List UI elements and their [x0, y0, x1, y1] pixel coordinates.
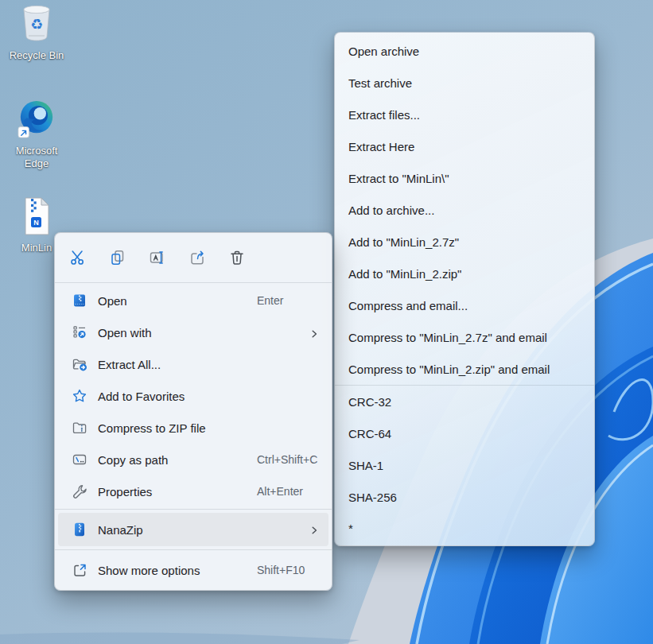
submenu-item-add-to-archive[interactable]: Add to archive... — [335, 194, 594, 226]
chevron-right-icon — [309, 524, 319, 533]
submenu-item-compress-and-email[interactable]: Compress and email... — [335, 289, 594, 321]
menu-item-copy-as-path[interactable]: Copy as path Ctrl+Shift+C — [58, 444, 328, 475]
open-with-icon — [72, 324, 87, 340]
menu-item-open-with[interactable]: Open with — [58, 316, 328, 348]
wrench-icon — [72, 483, 87, 499]
submenu-item-extract-here[interactable]: Extract Here — [335, 130, 594, 162]
rename-icon — [149, 249, 166, 266]
svg-text:♻: ♻ — [30, 16, 43, 33]
desktop: ♻ Recycle Bin Microsoft Edge — [0, 0, 653, 644]
menu-item-extract-all[interactable]: Extract All... — [58, 348, 328, 380]
nanazip-submenu: Open archive Test archive Extract files.… — [334, 32, 595, 546]
menu-item-label: Properties — [98, 485, 152, 499]
submenu-item-sha1[interactable]: SHA-1 — [335, 449, 594, 481]
desktop-icon-label: Microsoft Edge — [6, 145, 67, 170]
submenu-item-compress-zip-email[interactable]: Compress to "MinLin_2.zip" and email — [335, 353, 594, 385]
menu-item-add-to-favorites[interactable]: Add to Favorites — [58, 380, 328, 412]
menu-item-properties[interactable]: Properties Alt+Enter — [58, 475, 328, 507]
menu-item-label: Extract All... — [98, 358, 161, 371]
menu-item-label: Show more options — [98, 564, 200, 577]
cut-button[interactable] — [62, 242, 94, 274]
svg-text:N: N — [33, 219, 39, 227]
copy-path-icon — [72, 452, 87, 467]
menu-item-label: Compress to ZIP file — [98, 421, 206, 435]
nanazip-app-icon — [72, 522, 87, 537]
share-button[interactable] — [181, 242, 213, 274]
desktop-icon-label: MinLin — [21, 242, 52, 254]
submenu-item-sha256[interactable]: SHA-256 — [335, 481, 594, 513]
desktop-icon-microsoft-edge[interactable]: Microsoft Edge — [6, 99, 67, 170]
menu-item-open[interactable]: Open Enter — [58, 285, 328, 316]
submenu-item-crc64[interactable]: CRC-64 — [335, 417, 594, 449]
chevron-right-icon — [309, 328, 319, 337]
submenu-item-extract-to[interactable]: Extract to "MinLin\" — [335, 162, 594, 194]
share-icon — [189, 249, 206, 266]
menu-item-label: Add to Favorites — [98, 390, 185, 403]
menu-item-shortcut: Enter — [257, 294, 283, 307]
menu-item-label: Open with — [98, 326, 152, 339]
submenu-item-crc32[interactable]: CRC-32 — [335, 386, 594, 417]
rename-button[interactable] — [142, 242, 173, 274]
submenu-item-asterisk[interactable]: * — [335, 513, 594, 543]
nanazip-archive-icon: N — [17, 196, 56, 240]
cut-icon — [69, 249, 87, 266]
edge-icon — [17, 99, 56, 143]
recycle-bin-icon: ♻ — [17, 3, 56, 48]
context-menu: Open Enter Open w — [54, 232, 332, 591]
copy-icon — [109, 249, 126, 266]
desktop-icon-recycle-bin[interactable]: ♻ Recycle Bin — [6, 3, 67, 62]
menu-item-shortcut: Shift+F10 — [257, 564, 305, 576]
delete-button[interactable] — [221, 242, 253, 274]
menu-item-label: Copy as path — [98, 453, 168, 467]
menu-item-nanazip[interactable]: NanaZip — [58, 513, 328, 546]
nanazip-file-icon — [72, 293, 87, 308]
extract-all-icon — [72, 356, 87, 372]
delete-icon — [228, 249, 246, 266]
menu-item-label: Open — [98, 294, 127, 308]
submenu-item-add-to-7z[interactable]: Add to "MinLin_2.7z" — [335, 226, 594, 258]
menu-item-show-more-options[interactable]: Show more options Shift+F10 — [58, 553, 328, 588]
show-more-options-icon — [72, 562, 87, 578]
menu-item-shortcut: Alt+Enter — [257, 485, 303, 498]
menu-item-compress-to-zip[interactable]: Compress to ZIP file — [58, 412, 328, 444]
zip-folder-icon — [72, 420, 87, 436]
menu-item-shortcut: Ctrl+Shift+C — [257, 453, 317, 466]
submenu-item-extract-files[interactable]: Extract files... — [335, 99, 594, 130]
quick-actions-toolbar — [55, 233, 332, 282]
submenu-item-test-archive[interactable]: Test archive — [335, 67, 594, 99]
copy-button[interactable] — [102, 242, 134, 274]
menu-item-label: NanaZip — [98, 523, 143, 537]
favorites-star-icon — [72, 388, 87, 404]
submenu-item-compress-7z-email[interactable]: Compress to "MinLin_2.7z" and email — [335, 321, 594, 353]
submenu-item-open-archive[interactable]: Open archive — [335, 35, 594, 67]
submenu-item-add-to-zip[interactable]: Add to "MinLin_2.zip" — [335, 258, 594, 289]
desktop-icon-label: Recycle Bin — [10, 49, 64, 62]
